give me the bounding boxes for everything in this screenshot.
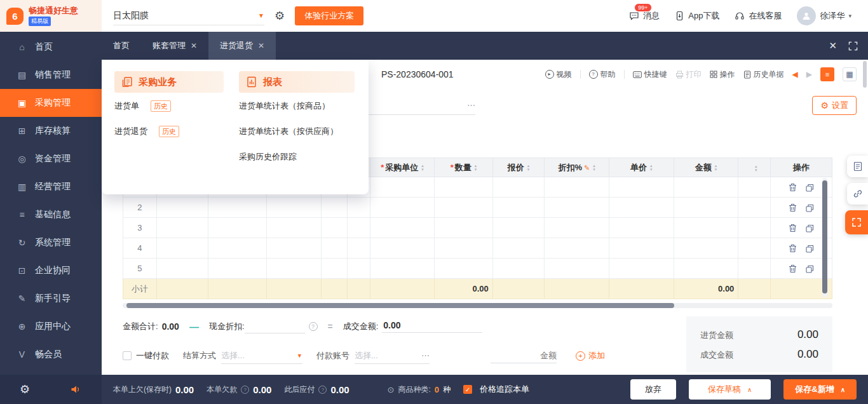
sort-icon[interactable]: ▴▾ xyxy=(421,164,424,172)
feedback-button[interactable] xyxy=(847,156,868,177)
cell[interactable] xyxy=(347,198,370,218)
sort-icon[interactable]: ▴▾ xyxy=(650,164,653,172)
sidebar-item-system[interactable]: ↻ 系统管理 xyxy=(0,229,102,257)
col-amount[interactable]: 金额▴▾ xyxy=(674,158,738,177)
sort-icon[interactable]: ▴▾ xyxy=(593,164,595,172)
share-link-button[interactable] xyxy=(847,183,868,205)
cell[interactable] xyxy=(435,259,493,279)
cell[interactable] xyxy=(609,259,674,279)
cell[interactable] xyxy=(545,198,609,218)
question-circle-icon[interactable]: ? xyxy=(241,386,249,394)
cell[interactable] xyxy=(545,218,609,238)
close-icon[interactable]: ✕ xyxy=(191,41,197,50)
cell[interactable] xyxy=(492,198,544,218)
cell[interactable] xyxy=(208,238,267,259)
cell[interactable] xyxy=(347,218,370,238)
cell[interactable] xyxy=(347,259,370,279)
history-docs-button[interactable]: 历史单据 xyxy=(743,69,784,80)
cell[interactable] xyxy=(674,177,738,198)
cell[interactable] xyxy=(738,259,771,279)
save-and-new-button[interactable]: 保存&新增 ∧ xyxy=(783,379,857,400)
one-key-pay-checkbox[interactable] xyxy=(123,351,132,360)
sort-icon[interactable]: ▴▾ xyxy=(755,165,757,172)
sidebar-item-sales[interactable]: ▤ 销售管理 xyxy=(0,61,102,89)
user-menu[interactable]: 徐泽华 ▾ xyxy=(797,6,851,25)
sort-icon[interactable]: ▴▾ xyxy=(715,164,717,172)
shortcut-button[interactable]: 快捷键 xyxy=(633,69,667,80)
print-button[interactable]: 打印 xyxy=(675,69,702,80)
sidebar-item-funds[interactable]: ◎ 资金管理 xyxy=(0,145,102,173)
cell[interactable] xyxy=(208,259,267,279)
cell[interactable] xyxy=(545,238,609,259)
sort-icon[interactable]: ▴▾ xyxy=(475,164,477,172)
pay-amount-input[interactable] xyxy=(491,348,557,363)
cell[interactable] xyxy=(322,218,348,238)
settle-method-select[interactable]: 选择... ▼ xyxy=(221,347,302,364)
delete-row-icon[interactable] xyxy=(789,203,797,212)
batch-edit-icon[interactable]: ✎ xyxy=(584,164,590,172)
discard-button[interactable]: 放弃 xyxy=(630,379,676,400)
col-spare[interactable]: ▴▾ xyxy=(738,158,771,177)
sort-icon[interactable]: ▴▾ xyxy=(527,164,530,172)
close-all-icon[interactable]: ✕ xyxy=(829,40,837,51)
settings-gear-icon[interactable]: ⚙ xyxy=(20,382,30,396)
cell[interactable] xyxy=(492,259,544,279)
next-page-icon[interactable]: ▶ xyxy=(806,70,812,79)
price-track-group[interactable]: ✓ 价格追踪本单 xyxy=(463,384,529,395)
cell[interactable] xyxy=(738,218,771,238)
cell[interactable] xyxy=(545,259,609,279)
cell[interactable] xyxy=(492,238,544,259)
sidebar-item-inventory[interactable]: ⊞ 库存核算 xyxy=(0,117,102,145)
cell[interactable] xyxy=(370,218,435,238)
expand-panel-button[interactable] xyxy=(845,210,868,234)
cell[interactable] xyxy=(609,177,674,198)
sidebar-item-app-center[interactable]: ⊕ 应用中心 xyxy=(0,313,102,340)
cell[interactable] xyxy=(322,238,348,259)
page-scrollbar-thumb[interactable] xyxy=(863,61,867,88)
settings-button[interactable]: ⚙ 设置 xyxy=(812,96,857,115)
more-icon[interactable]: ⋯ xyxy=(421,351,430,360)
cash-discount-input[interactable] xyxy=(245,320,305,333)
cell[interactable] xyxy=(545,177,609,198)
menu-item-purchase-order[interactable]: 进货单 历史 xyxy=(114,94,224,118)
copy-row-icon[interactable] xyxy=(806,184,814,192)
save-draft-button[interactable]: 保存草稿 ∧ xyxy=(689,379,771,400)
industry-solution-button[interactable]: 体验行业方案 xyxy=(295,6,363,25)
delete-row-icon[interactable] xyxy=(789,264,797,273)
copy-row-icon[interactable] xyxy=(806,265,814,273)
sidebar-item-base-info[interactable]: ≡ 基础信息 xyxy=(0,201,102,229)
col-unit-price[interactable]: 单价▴▾ xyxy=(609,158,674,177)
delete-row-icon[interactable] xyxy=(789,183,797,192)
cell[interactable] xyxy=(674,259,738,279)
copy-row-icon[interactable] xyxy=(806,245,814,253)
cell[interactable] xyxy=(492,177,544,198)
cell[interactable] xyxy=(435,218,493,238)
account-settings-gear-icon[interactable]: ⚙ xyxy=(275,9,285,23)
cell[interactable] xyxy=(435,177,493,198)
sidebar-item-purchase[interactable]: ▣ 采购管理 xyxy=(0,89,102,117)
close-icon[interactable]: ✕ xyxy=(258,41,264,50)
cell[interactable] xyxy=(435,238,493,259)
col-purchase-unit[interactable]: *采购单位▴▾ xyxy=(370,158,435,177)
menu-item-report-by-supplier[interactable]: 进货单统计表（按供应商） xyxy=(239,119,355,144)
cell[interactable] xyxy=(674,218,738,238)
prev-page-icon[interactable]: ◀ xyxy=(792,70,798,79)
cell[interactable] xyxy=(609,238,674,259)
cell[interactable] xyxy=(370,177,435,198)
online-service-button[interactable]: 在线客服 xyxy=(735,10,782,22)
cell[interactable] xyxy=(738,198,771,218)
app-download-button[interactable]: App下载 xyxy=(675,10,719,22)
question-circle-icon[interactable]: ? xyxy=(309,322,318,331)
cell[interactable] xyxy=(266,259,321,279)
grid-vertical-scrollbar-thumb[interactable] xyxy=(822,180,827,293)
add-payment-button[interactable]: + 添加 xyxy=(576,350,605,361)
cell[interactable] xyxy=(322,259,348,279)
fullscreen-icon[interactable] xyxy=(848,41,858,51)
cell[interactable] xyxy=(370,259,435,279)
copy-row-icon[interactable] xyxy=(806,204,814,212)
price-track-checkbox[interactable]: ✓ xyxy=(463,385,472,394)
sidebar-item-collaboration[interactable]: ⊡ 企业协同 xyxy=(0,257,102,285)
cell[interactable] xyxy=(738,238,771,259)
col-discount[interactable]: 折扣%✎▴▾ xyxy=(545,158,609,177)
table-view-toggle[interactable]: ▦ xyxy=(843,67,857,81)
